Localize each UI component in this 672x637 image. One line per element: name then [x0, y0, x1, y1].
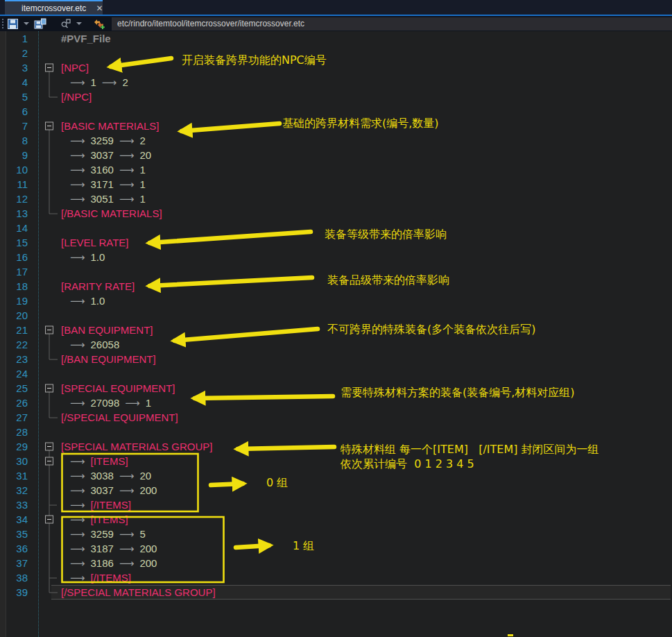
- fold-toggle[interactable]: [40, 439, 58, 454]
- code-text[interactable]: ⟶26058: [58, 339, 119, 351]
- line-number[interactable]: 10: [0, 164, 28, 176]
- code-text[interactable]: [/BAN EQUIPMENT]: [58, 353, 156, 365]
- code-text[interactable]: ⟶[/ITEMS]: [58, 572, 131, 584]
- line-number[interactable]: 14: [0, 222, 28, 234]
- code-text[interactable]: ⟶1⟶2: [58, 76, 128, 89]
- code-text[interactable]: ⟶3171⟶1: [58, 178, 146, 191]
- code-line[interactable]: 9⟶3037⟶20: [0, 148, 672, 162]
- line-number[interactable]: 17: [0, 266, 28, 278]
- code-line[interactable]: 22⟶26058: [0, 337, 672, 352]
- line-number[interactable]: 36: [0, 543, 28, 554]
- code-text[interactable]: ⟶3187⟶200: [58, 543, 157, 555]
- line-number[interactable]: 30: [0, 455, 28, 467]
- code-line[interactable]: 5[/NPC]: [0, 90, 672, 104]
- code-text[interactable]: [/NPC]: [58, 91, 92, 103]
- code-text[interactable]: ⟶3037⟶200: [58, 484, 157, 497]
- code-text[interactable]: #PVF_File: [58, 33, 111, 44]
- code-line[interactable]: 31⟶3038⟶20: [0, 468, 672, 483]
- line-number[interactable]: 27: [0, 411, 28, 423]
- code-line[interactable]: 37⟶3186⟶200: [0, 556, 672, 570]
- line-number[interactable]: 13: [0, 207, 28, 219]
- code-line[interactable]: 23[/BAN EQUIPMENT]: [0, 352, 672, 366]
- line-number[interactable]: 33: [0, 499, 28, 511]
- code-text[interactable]: ⟶1.0: [58, 295, 105, 307]
- line-number[interactable]: 39: [0, 586, 28, 598]
- line-number[interactable]: 18: [0, 280, 28, 292]
- code-line[interactable]: 1#PVF_File: [0, 31, 672, 46]
- line-number[interactable]: 5: [0, 91, 28, 103]
- code-text[interactable]: ⟶27098⟶1: [58, 397, 151, 409]
- code-line[interactable]: 20: [0, 308, 672, 323]
- pvf-tool-button[interactable]: [92, 17, 107, 31]
- code-text[interactable]: ⟶3160⟶1: [58, 164, 146, 176]
- line-number[interactable]: 8: [0, 135, 28, 146]
- code-text[interactable]: ⟶3259⟶2: [58, 135, 146, 147]
- code-line[interactable]: 27[/SPECIAL EQUIPMENT]: [0, 410, 672, 425]
- code-text[interactable]: [/SPECIAL EQUIPMENT]: [58, 411, 178, 423]
- code-text[interactable]: ⟶3037⟶20: [58, 149, 151, 162]
- line-number[interactable]: 32: [0, 484, 28, 496]
- line-number[interactable]: 6: [0, 105, 28, 117]
- line-number[interactable]: 19: [0, 295, 28, 307]
- code-text[interactable]: [LEVEL RATE]: [58, 237, 129, 248]
- code-line[interactable]: 8⟶3259⟶2: [0, 133, 672, 148]
- line-number[interactable]: 22: [0, 339, 28, 350]
- line-number[interactable]: 37: [0, 557, 28, 569]
- code-text[interactable]: ⟶[ITEMS]: [58, 513, 128, 526]
- line-number[interactable]: 23: [0, 353, 28, 365]
- breadcrumb[interactable]: etc/rindro/itemtool/itemcrossover/itemcr…: [112, 17, 672, 31]
- code-line[interactable]: 33⟶[/ITEMS]: [0, 498, 672, 512]
- line-number[interactable]: 4: [0, 76, 28, 88]
- line-number[interactable]: 2: [0, 47, 28, 59]
- code-line[interactable]: 35⟶3259⟶5: [0, 527, 672, 541]
- fold-toggle[interactable]: [40, 60, 58, 75]
- save-button[interactable]: [5, 17, 21, 31]
- line-number[interactable]: 28: [0, 426, 28, 438]
- code-text[interactable]: ⟶[ITEMS]: [58, 455, 128, 468]
- line-number[interactable]: 3: [0, 62, 28, 74]
- code-text[interactable]: [/SPECIAL MATERIALS GROUP]: [58, 586, 216, 598]
- code-line[interactable]: 12⟶3051⟶1: [0, 192, 672, 206]
- code-text[interactable]: ⟶3259⟶5: [58, 528, 146, 541]
- line-number[interactable]: 9: [0, 149, 28, 161]
- code-text[interactable]: [NPC]: [58, 62, 89, 74]
- line-number[interactable]: 20: [0, 309, 28, 321]
- line-number[interactable]: 29: [0, 441, 28, 452]
- code-text[interactable]: [SPECIAL MATERIALS GROUP]: [58, 441, 212, 452]
- line-number[interactable]: 7: [0, 120, 28, 132]
- code-line[interactable]: 32⟶3037⟶200: [0, 483, 672, 498]
- code-line[interactable]: 19⟶1.0: [0, 294, 672, 308]
- preview-button[interactable]: [58, 17, 74, 31]
- line-number[interactable]: 35: [0, 528, 28, 540]
- line-number[interactable]: 11: [0, 178, 28, 190]
- code-line[interactable]: 4⟶1⟶2: [0, 75, 672, 90]
- code-text[interactable]: [SPECIAL EQUIPMENT]: [58, 382, 175, 394]
- code-text[interactable]: [BASIC MATERIALS]: [58, 120, 159, 132]
- line-number[interactable]: 15: [0, 237, 28, 248]
- line-number[interactable]: 24: [0, 368, 28, 380]
- code-text[interactable]: ⟶3186⟶200: [58, 557, 157, 570]
- code-line[interactable]: 28: [0, 425, 672, 439]
- line-number[interactable]: 38: [0, 572, 28, 584]
- code-line[interactable]: 16⟶1.0: [0, 250, 672, 264]
- code-line[interactable]: 24: [0, 366, 672, 381]
- line-number[interactable]: 25: [0, 382, 28, 394]
- line-number[interactable]: 1: [0, 33, 28, 44]
- code-line[interactable]: 11⟶3171⟶1: [0, 177, 672, 192]
- code-text[interactable]: ⟶1.0: [58, 251, 105, 264]
- code-line[interactable]: 38⟶[/ITEMS]: [0, 570, 672, 585]
- code-line[interactable]: 13[/BASIC MATERIALS]: [0, 206, 672, 221]
- code-line[interactable]: 10⟶3160⟶1: [0, 162, 672, 177]
- code-line[interactable]: 39[/SPECIAL MATERIALS GROUP]: [0, 585, 672, 600]
- line-number[interactable]: 16: [0, 251, 28, 263]
- code-line[interactable]: 2: [0, 46, 672, 60]
- preview-dropdown-caret[interactable]: [76, 22, 82, 25]
- tab-itemcrossover[interactable]: itemcrossover.etc ✕: [5, 0, 103, 15]
- code-line[interactable]: 3[NPC]: [0, 60, 672, 75]
- fold-toggle[interactable]: [40, 323, 58, 337]
- code-line[interactable]: 36⟶3187⟶200: [0, 541, 672, 556]
- fold-toggle[interactable]: [40, 381, 58, 396]
- code-text[interactable]: [BAN EQUIPMENT]: [58, 324, 153, 336]
- line-number[interactable]: 26: [0, 397, 28, 409]
- code-text[interactable]: ⟶3051⟶1: [58, 193, 146, 205]
